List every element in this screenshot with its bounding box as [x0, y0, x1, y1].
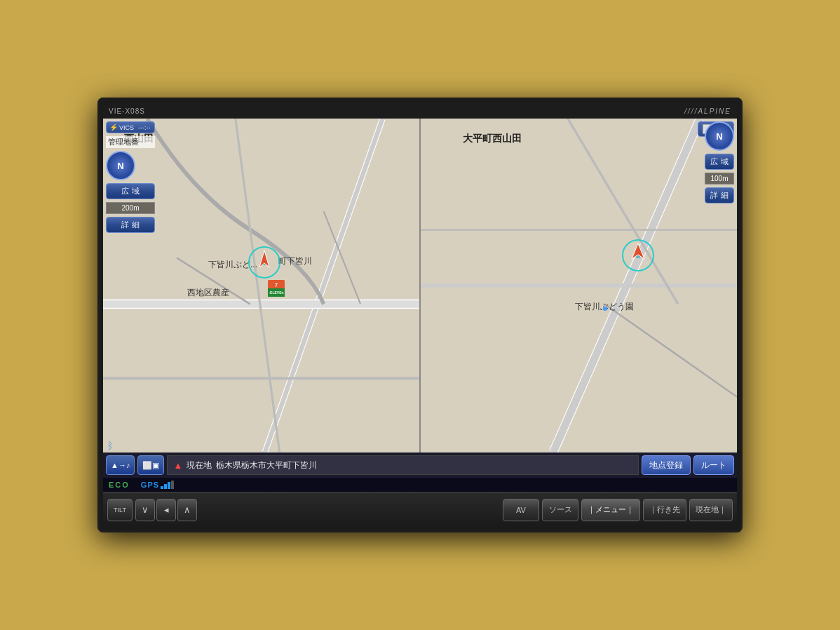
menu-btn[interactable]: ｜メニュー｜: [581, 499, 640, 521]
screen-mode-btn[interactable]: ⬜▣: [137, 455, 164, 475]
area-label-bot-left: 西地区農産: [187, 287, 229, 299]
vics-status: ---:--: [138, 124, 151, 131]
seven-eleven-icon: 7 -ELEVEn: [268, 280, 285, 297]
svg-text:7: 7: [275, 283, 278, 288]
source-btn[interactable]: ソース: [542, 499, 578, 521]
current-location-arrow: ▲: [173, 460, 182, 471]
model-name: VIE-X08S: [109, 107, 145, 115]
gps-bar-3: [168, 482, 170, 489]
eco-label: ECO: [109, 481, 130, 489]
arrow-up-btn[interactable]: ∧: [177, 499, 197, 521]
map-area: 西山田 下皆川ぶど... 西地区農産 町下皆川: [103, 119, 737, 453]
status-bar: ▲→♪ ⬜▣ ▲ 現在地 栃木県栃木市大平町下皆川 地点登録 ルート: [103, 453, 737, 478]
destination-btn[interactable]: ｜行き先: [643, 499, 686, 521]
gps-bar-2: [164, 484, 167, 489]
top-bar: VIE-X08S ////ALPINE: [103, 103, 737, 119]
gps-signal-bars: [161, 481, 174, 489]
area-label-right-top: 大平町西山田: [463, 133, 522, 145]
road-dot-right: [603, 307, 607, 311]
brand-name: ////ALPINE: [684, 107, 731, 115]
svg-text:-ELEVEn: -ELEVEn: [269, 290, 283, 295]
eco-gps-bar: ECO GPS: [103, 478, 737, 492]
vics-label: VICS: [119, 124, 134, 131]
arrow-left-btn[interactable]: ◂: [156, 499, 176, 521]
street-label-left: 町下皆川: [278, 255, 312, 267]
gps-bar-4: [171, 481, 174, 489]
vics-icon: ⚡: [109, 123, 118, 131]
tilt-btn[interactable]: TILT: [107, 499, 133, 521]
scale-box-left: 200m: [106, 202, 155, 214]
compass-btn-right[interactable]: N: [705, 121, 734, 151]
current-location-label: 現在地: [187, 460, 212, 471]
vics-box[interactable]: ⚡ VICS ---:--: [106, 121, 155, 133]
route-btn[interactable]: ルート: [693, 455, 734, 475]
scale-box-right: 100m: [705, 173, 734, 185]
compass-n-right: N: [716, 131, 722, 142]
compass-btn-left[interactable]: N: [106, 151, 135, 180]
compass-n-left: N: [117, 161, 123, 171]
map-left: 西山田 下皆川ぶど... 西地区農産 町下皆川: [103, 119, 421, 453]
device: VIE-X08S ////ALPINE: [97, 98, 743, 532]
map-right: 大平町西山田 下皆川ぶどう園: [421, 119, 737, 453]
wide-btn-right[interactable]: 広 域: [705, 154, 734, 170]
kanri-label: 管理地番: [106, 136, 155, 148]
arrow-down-btn[interactable]: ∨: [135, 499, 155, 521]
nav-arrows-btn[interactable]: ▲→♪: [106, 455, 135, 475]
screen: 西山田 下皆川ぶど... 西地区農産 町下皆川: [103, 119, 737, 492]
gps-label: GPS: [141, 481, 174, 489]
location-marker-left: [247, 245, 282, 280]
gps-bar-1: [161, 486, 163, 489]
current-btn[interactable]: 現在地｜: [689, 499, 733, 521]
location-display: ▲ 現在地 栃木県栃木市大平町下皆川: [167, 455, 639, 475]
detail-btn-right[interactable]: 詳 細: [705, 187, 734, 203]
detail-btn-left[interactable]: 詳 細: [106, 217, 155, 233]
map-controls-right: N 広 域 100m 詳 細: [705, 121, 734, 203]
arrow-btn-group: ∨ ◂ ∧: [135, 499, 197, 521]
register-point-btn[interactable]: 地点登録: [642, 455, 691, 475]
map-controls-left: ⚡ VICS ---:-- 管理地番 N 広 域: [106, 121, 155, 233]
bluetooth-icon: ᛒ: [107, 440, 113, 451]
wide-btn-left[interactable]: 広 域: [106, 183, 155, 199]
physical-button-row: TILT ∨ ◂ ∧ AV ソース ｜メニュー｜ ｜行き先 現在地｜: [103, 492, 737, 527]
location-marker-right: [621, 238, 656, 273]
av-btn[interactable]: AV: [503, 499, 539, 521]
address-text: 栃木県栃木市大平町下皆川: [216, 460, 317, 471]
